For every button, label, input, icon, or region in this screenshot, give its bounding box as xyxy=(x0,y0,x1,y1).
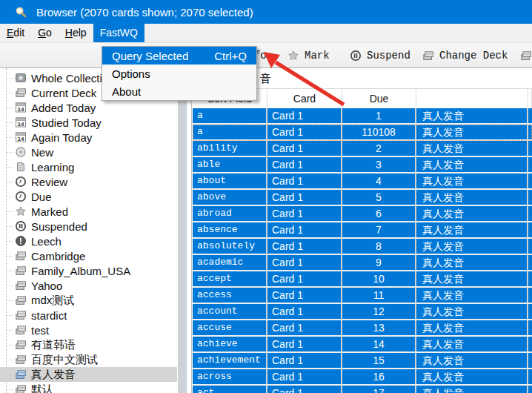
cell-sort-field[interactable]: a xyxy=(193,125,267,139)
cell-sort-field[interactable]: absence xyxy=(193,222,267,237)
cell-card[interactable]: Card 1 xyxy=(267,206,342,221)
sidebar-item-stardict[interactable]: stardict xyxy=(0,308,177,323)
cell-card[interactable]: Card 1 xyxy=(267,141,342,156)
sidebar-item-learning[interactable]: Learning xyxy=(0,159,177,174)
sidebar-item-added-today[interactable]: 14Added Today xyxy=(0,100,177,115)
cell-due[interactable]: 10 xyxy=(342,271,416,286)
sidebar-item-mdx[interactable]: mdx测试 xyxy=(0,293,177,308)
toolbar-button-suspend[interactable]: Suspend xyxy=(350,43,410,67)
cell-due[interactable]: 1 xyxy=(342,108,416,123)
table-row[interactable]: actCard 117真人发音 xyxy=(193,386,532,393)
cell-deck[interactable]: 真人发音 xyxy=(416,255,528,270)
sidebar-item-family-album-usa[interactable]: Family_Album_USA xyxy=(0,263,177,278)
cell-deck[interactable]: 真人发音 xyxy=(416,174,528,188)
cell-due[interactable]: 4 xyxy=(342,174,416,188)
cell-card[interactable]: Card 1 xyxy=(267,239,342,254)
cell-deck[interactable]: 真人发音 xyxy=(416,320,528,335)
cell-sort-field[interactable]: account xyxy=(193,304,267,319)
sidebar-item-again-today[interactable]: 14Again Today xyxy=(0,130,177,145)
cell-due[interactable]: 15 xyxy=(342,353,416,368)
cell-sort-field[interactable]: about xyxy=(193,174,267,188)
cell-sort-field[interactable]: able xyxy=(193,157,267,172)
cell-deck[interactable]: 真人发音 xyxy=(416,108,528,123)
cell-deck[interactable]: 真人发音 xyxy=(416,353,528,368)
cell-due[interactable]: 11 xyxy=(342,288,416,303)
table-row[interactable]: achievementCard 115真人发音 xyxy=(193,353,532,369)
cell-deck[interactable]: 真人发音 xyxy=(416,222,528,237)
menu-item-help[interactable]: Help xyxy=(59,24,93,42)
cell-sort-field[interactable]: accuse xyxy=(193,320,267,335)
cell-sort-field[interactable]: abroad xyxy=(193,206,267,221)
cell-due[interactable]: 16 xyxy=(342,369,416,384)
cell-deck[interactable]: 真人发音 xyxy=(416,386,528,393)
cell-deck[interactable]: 真人发音 xyxy=(416,304,528,319)
column-header-deck[interactable] xyxy=(416,89,528,108)
table-row[interactable]: acrossCard 116真人发音 xyxy=(193,369,532,386)
sidebar-item-cambridge[interactable]: Cambridge xyxy=(0,248,177,263)
toolbar-button-mark[interactable]: Mark xyxy=(287,43,330,67)
cell-deck[interactable]: 真人发音 xyxy=(416,125,528,139)
cell-due[interactable]: 5 xyxy=(342,190,416,205)
cell-card[interactable]: Card 1 xyxy=(267,108,342,123)
cell-card[interactable]: Card 1 xyxy=(267,174,342,188)
cell-sort-field[interactable]: above xyxy=(193,190,267,205)
fastwq-menu-item-options[interactable]: Options xyxy=(102,65,256,82)
cell-deck[interactable]: 真人发音 xyxy=(416,239,528,254)
table-row[interactable]: ableCard 13真人发音 xyxy=(193,157,532,174)
menu-item-edit[interactable]: Edit xyxy=(0,24,31,42)
table-row[interactable]: aboutCard 14真人发音 xyxy=(193,174,532,190)
cell-card[interactable]: Card 1 xyxy=(267,304,342,319)
table-row[interactable]: absenceCard 17真人发音 xyxy=(193,222,532,239)
cell-due[interactable]: 13 xyxy=(342,320,416,335)
cell-due[interactable]: 9 xyxy=(342,255,416,270)
cell-card[interactable]: Card 1 xyxy=(267,222,342,237)
toolbar-button-change-deck[interactable]: Change Deck xyxy=(422,43,508,67)
sidebar-item-yahoo[interactable]: Yahoo xyxy=(0,278,177,293)
cell-sort-field[interactable]: act xyxy=(193,386,267,393)
table-row[interactable]: accuseCard 113真人发音 xyxy=(193,320,532,337)
cell-sort-field[interactable]: access xyxy=(193,288,267,303)
cell-sort-field[interactable]: academic xyxy=(193,255,267,270)
column-header-due[interactable]: Due xyxy=(342,89,416,108)
cell-card[interactable]: Card 1 xyxy=(267,369,342,384)
cell-sort-field[interactable]: across xyxy=(193,369,267,384)
cell-due[interactable]: 3 xyxy=(342,157,416,172)
sidebar-item-item[interactable]: 百度中文测试 xyxy=(0,352,177,367)
cell-deck[interactable]: 真人发音 xyxy=(416,271,528,286)
fastwq-menu-item-query-selected[interactable]: Query SelectedCtrl+Q xyxy=(102,47,256,65)
cell-deck[interactable]: 真人发音 xyxy=(416,141,528,156)
cell-due[interactable]: 2 xyxy=(342,141,416,156)
sidebar-item-test[interactable]: test xyxy=(0,323,177,337)
table-row[interactable]: achieveCard 114真人发音 xyxy=(193,337,532,353)
cell-card[interactable]: Card 1 xyxy=(267,353,342,368)
cell-card[interactable]: Card 1 xyxy=(267,271,342,286)
table-row[interactable]: accountCard 112真人发音 xyxy=(193,304,532,320)
cell-card[interactable]: Card 1 xyxy=(267,386,342,393)
sidebar-item-new[interactable]: New xyxy=(0,145,177,159)
cell-sort-field[interactable]: ability xyxy=(193,141,267,156)
menu-item-go[interactable]: Go xyxy=(31,24,59,42)
cell-sort-field[interactable]: achievement xyxy=(193,353,267,368)
cell-card[interactable]: Card 1 xyxy=(267,190,342,205)
table-row[interactable]: absolutelyCard 18真人发音 xyxy=(193,239,532,255)
sidebar-item-marked[interactable]: Marked xyxy=(0,204,177,219)
cell-due[interactable]: 12 xyxy=(342,304,416,319)
cell-card[interactable]: Card 1 xyxy=(267,288,342,303)
cell-sort-field[interactable]: accept xyxy=(193,271,267,286)
sidebar-item-item[interactable]: 真人发音 xyxy=(0,367,177,382)
cell-deck[interactable]: 真人发音 xyxy=(416,369,528,384)
cell-due[interactable]: 8 xyxy=(342,239,416,254)
cell-deck[interactable]: 真人发音 xyxy=(416,337,528,351)
cell-due[interactable]: 14 xyxy=(342,337,416,351)
sidebar-item-review[interactable]: Review xyxy=(0,174,177,189)
table-row[interactable]: abilityCard 12真人发音 xyxy=(193,141,532,157)
cell-due[interactable]: 17 xyxy=(342,386,416,393)
table-row[interactable]: abroadCard 16真人发音 xyxy=(193,206,532,222)
cell-card[interactable]: Card 1 xyxy=(267,125,342,139)
cell-deck[interactable]: 真人发音 xyxy=(416,157,528,172)
cell-sort-field[interactable]: absolutely xyxy=(193,239,267,254)
sidebar-item-item[interactable]: 有道韩语 xyxy=(0,337,177,352)
table-row[interactable]: aboveCard 15真人发音 xyxy=(193,190,532,206)
cell-card[interactable]: Card 1 xyxy=(267,157,342,172)
table-row[interactable]: acceptCard 110真人发音 xyxy=(193,271,532,288)
